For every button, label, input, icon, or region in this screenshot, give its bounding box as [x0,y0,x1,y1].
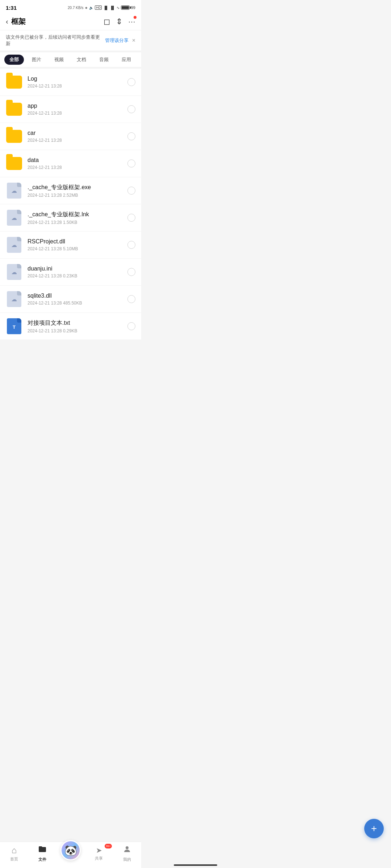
folder-icon [6,74,22,90]
page-title: 框架 [11,17,26,26]
header: ‹ 框架 ◻ ⇕ ⋯ [0,13,141,30]
file-meta: 2024-12-21 13:28 [28,165,127,170]
filter-tab-应用[interactable]: 应用 [117,55,136,65]
file-icon: T [6,318,22,335]
back-button[interactable]: ‹ [6,17,8,26]
file-meta: 2024-12-21 13:28 [28,138,127,143]
filter-tab-音频[interactable]: 音频 [94,55,114,65]
file-select-circle[interactable] [127,241,135,249]
network-speed: 20.7 KB/s [68,6,83,10]
file-meta: 2024-12-21 13:28 0.29KB [28,328,127,333]
file-meta: 2024-12-21 13:28 [28,111,127,116]
file-meta: 2024-12-21 13:28 [28,84,127,89]
file-name: app [28,103,127,109]
file-item[interactable]: ☁._cache_专业版框架.exe2024-12-21 13:28 2.52M… [0,177,141,204]
share-banner: 该文件夹已被分享，后续访问者可同步查看更新 管理该分享 × [0,30,141,51]
hd-icon: HD [95,5,102,10]
share-banner-text: 该文件夹已被分享，后续访问者可同步查看更新 [6,34,102,47]
file-info: car2024-12-21 13:28 [28,130,127,143]
file-select-circle[interactable] [127,78,135,86]
file-name: ._cache_专业版框架.lnk [28,211,127,218]
file-name: 对接项目文本.txt [28,319,127,327]
file-meta: 2024-12-21 13:28 1.50KB [28,220,127,225]
file-meta: 2024-12-21 13:28 0.23KB [28,273,127,278]
file-name: ._cache_专业版框架.exe [28,184,127,191]
file-item[interactable]: ☁._cache_专业版框架.lnk2024-12-21 13:28 1.50K… [0,204,141,231]
status-bar: 1:31 20.7 KB/s ∗ 🔈 HD ▐▌ ▐▌ ∿ 99 [0,0,141,13]
file-list: Log2024-12-21 13:28app2024-12-21 13:28ca… [0,69,141,340]
bluetooth-icon: ∗ [85,6,88,10]
file-info: data2024-12-21 13:28 [28,157,127,170]
file-meta: 2024-12-21 13:28 2.52MB [28,193,127,198]
file-item[interactable]: ☁RSCProject.dll2024-12-21 13:28 5.10MB [0,231,141,259]
filter-tab-视频[interactable]: 视频 [49,55,69,65]
file-name: Log [28,76,127,82]
file-icon: ☁ [6,237,22,253]
file-name: duanju.ini [28,265,127,272]
file-info: app2024-12-21 13:28 [28,103,127,116]
file-meta: 2024-12-21 13:28 5.10MB [28,246,127,251]
filter-tab-图片[interactable]: 图片 [27,55,46,65]
file-item[interactable]: data2024-12-21 13:28 [0,150,141,177]
status-time: 1:31 [6,5,17,11]
filter-tab-文档[interactable]: 文档 [72,55,91,65]
file-name: sqlite3.dll [28,293,127,299]
file-info: ._cache_专业版框架.lnk2024-12-21 13:28 1.50KB [28,211,127,225]
file-select-circle[interactable] [127,132,135,140]
file-select-circle[interactable] [127,187,135,195]
header-left: ‹ 框架 [6,17,26,26]
manage-share-link[interactable]: 管理该分享 [105,37,129,44]
file-name: data [28,157,127,163]
file-icon: ☁ [6,209,22,226]
file-select-circle[interactable] [127,268,135,276]
sort-icon[interactable]: ⇕ [116,17,122,26]
folder-icon [6,155,22,172]
notification-dot [134,16,136,19]
file-item[interactable]: ☁sqlite3.dll2024-12-21 13:28 485.50KB [0,286,141,313]
file-info: ._cache_专业版框架.exe2024-12-21 13:28 2.52MB [28,184,127,198]
file-select-circle[interactable] [127,105,135,113]
file-name: RSCProject.dll [28,238,127,245]
share-banner-close[interactable]: × [132,37,135,44]
filter-tab-BT种子[interactable]: BT种子 [139,55,141,65]
file-info: Log2024-12-21 13:28 [28,76,127,89]
file-info: sqlite3.dll2024-12-21 13:28 485.50KB [28,293,127,306]
file-select-circle[interactable] [127,214,135,222]
filter-tabs: 全部图片视频文档音频应用BT种子 [0,52,141,67]
file-item[interactable]: T对接项目文本.txt2024-12-21 13:28 0.29KB [0,313,141,340]
status-icons: 20.7 KB/s ∗ 🔈 HD ▐▌ ▐▌ ∿ 99 [68,5,135,10]
file-select-circle[interactable] [127,159,135,167]
file-item[interactable]: ☁duanju.ini2024-12-21 13:28 0.23KB [0,259,141,286]
file-info: RSCProject.dll2024-12-21 13:28 5.10MB [28,238,127,251]
file-select-circle[interactable] [127,295,135,303]
header-right: ◻ ⇕ ⋯ [104,17,135,26]
battery-level: 99 [131,5,135,10]
file-item[interactable]: Log2024-12-21 13:28 [0,69,141,96]
file-item[interactable]: app2024-12-21 13:28 [0,96,141,123]
file-icon: ☁ [6,264,22,280]
file-name: car [28,130,127,136]
file-meta: 2024-12-21 13:28 485.50KB [28,301,127,306]
file-select-circle[interactable] [127,322,135,330]
archive-icon[interactable]: ◻ [104,17,110,26]
signal-icon: ▐▌ [103,6,108,10]
file-info: 对接项目文本.txt2024-12-21 13:28 0.29KB [28,319,127,333]
mute-icon: 🔈 [89,6,93,10]
file-icon: ☁ [6,291,22,307]
wifi-icon: ∿ [117,6,119,10]
folder-icon [6,128,22,145]
file-info: duanju.ini2024-12-21 13:28 0.23KB [28,265,127,278]
folder-icon [6,101,22,118]
file-item[interactable]: car2024-12-21 13:28 [0,123,141,150]
filter-tab-全部[interactable]: 全部 [4,55,24,65]
signal2-icon: ▐▌ [110,6,115,10]
battery-icon [121,5,130,10]
file-icon: ☁ [6,182,22,199]
